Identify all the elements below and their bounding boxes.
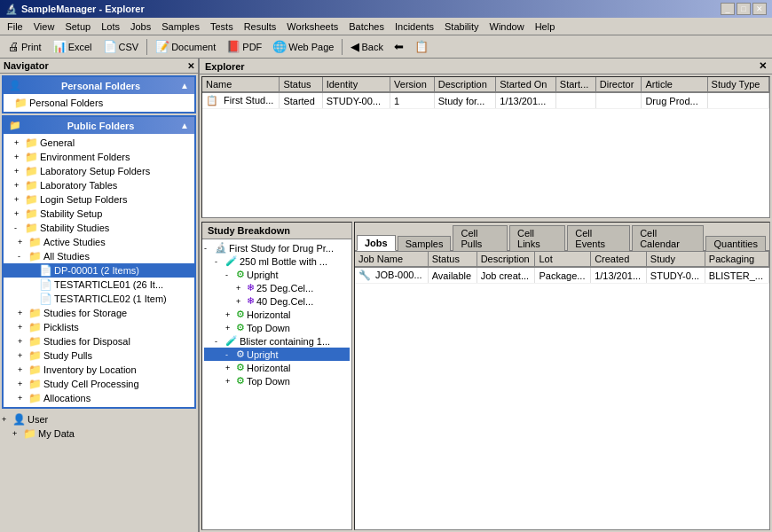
bt-topdown-1[interactable]: + ⚙ Top Down (204, 321, 350, 334)
jobs-col-packaging[interactable]: Packaging (705, 252, 768, 267)
expander-picklists[interactable]: + (18, 323, 28, 332)
tree-cell-processing[interactable]: + 📁 Study Cell Processing (4, 377, 194, 391)
menu-help[interactable]: Help (530, 20, 561, 34)
excel-button[interactable]: 📊 Excel (48, 37, 97, 56)
jobs-col-created[interactable]: Created (591, 252, 647, 267)
jobs-col-desc[interactable]: Description (477, 252, 535, 267)
public-folders-header[interactable]: 📁 Public Folders ▲ (4, 117, 194, 134)
expander-stability-studies[interactable]: - (14, 223, 25, 232)
tab-cell-calendar[interactable]: Cell Calendar (632, 225, 704, 251)
bt-upright-1[interactable]: - ⚙ Upright (204, 268, 350, 281)
menu-stability[interactable]: Stability (439, 20, 484, 34)
col-version[interactable]: Version (390, 77, 435, 92)
navigator-close-button[interactable]: ✕ (187, 61, 194, 71)
tree-login-setup[interactable]: + 📁 Login Setup Folders (4, 192, 194, 207)
tree-my-data[interactable]: + 📁 My Data (2, 426, 196, 441)
bt-horizontal-2[interactable]: + ⚙ Horizontal (204, 361, 350, 374)
menu-results[interactable]: Results (239, 20, 282, 34)
minimize-button[interactable]: _ (721, 3, 735, 15)
menu-setup[interactable]: Setup (59, 20, 96, 34)
expander-user[interactable]: + (2, 415, 12, 424)
maximize-button[interactable]: □ (737, 3, 751, 15)
expander-my-data[interactable]: + (12, 429, 23, 438)
menu-window[interactable]: Window (484, 20, 530, 34)
bt-first-study[interactable]: - 🔬 First Study for Drug Pr... (204, 241, 350, 254)
jobs-col-lot[interactable]: Lot (535, 252, 591, 267)
bt-upright-2[interactable]: - ⚙ Upright (204, 348, 350, 361)
back-button[interactable]: ◀ Back (346, 37, 387, 56)
expander-general[interactable]: + (14, 138, 25, 147)
tree-dp-00001[interactable]: 📄 DP-00001 (2 Items) (4, 263, 194, 278)
tab-samples[interactable]: Samples (398, 236, 452, 251)
tab-quantities[interactable]: Quantities (705, 236, 766, 251)
jobs-col-status[interactable]: Status (428, 252, 477, 267)
menu-worksheets[interactable]: Worksheets (281, 20, 343, 34)
csv-button[interactable]: 📄 CSV (98, 37, 144, 56)
expander-lab-setup[interactable]: + (14, 167, 25, 176)
menu-batches[interactable]: Batches (343, 20, 390, 34)
expander-cell-processing[interactable]: + (18, 379, 28, 388)
expander-login-setup[interactable]: + (14, 195, 25, 204)
tree-testarticle02[interactable]: 📄 TESTARTICLE02 (1 Item) (4, 292, 194, 306)
tab-cell-events[interactable]: Cell Events (567, 225, 630, 251)
col-started-on[interactable]: Started On (496, 77, 556, 92)
bt-40deg[interactable]: + ❄ 40 Deg.Cel... (204, 294, 350, 308)
menu-file[interactable]: File (2, 20, 28, 34)
personal-folders-header[interactable]: 👤 Personal Folders ▲ (4, 77, 194, 94)
webpage-button[interactable]: 🌐 Web Page (268, 37, 338, 56)
tree-study-pulls[interactable]: + 📁 Study Pulls (4, 348, 194, 363)
explorer-close-button[interactable]: ✕ (759, 60, 767, 72)
tree-allocations[interactable]: + 📁 Allocations (4, 391, 194, 405)
bt-expander-upright-2[interactable]: - (225, 350, 236, 359)
title-bar-controls[interactable]: _ □ ✕ (721, 3, 767, 15)
bt-expander-25deg[interactable]: + (236, 284, 247, 293)
menu-incidents[interactable]: Incidents (390, 20, 439, 34)
expander-active-studies[interactable]: + (18, 238, 28, 246)
bt-topdown-2[interactable]: + ⚙ Top Down (204, 374, 350, 387)
nav-prev-button[interactable]: ⬅ (390, 37, 408, 56)
job-row[interactable]: 🔧 JOB-000... Available Job creat... Pack… (355, 267, 769, 284)
tree-stability-setup[interactable]: + 📁 Stability Setup (4, 207, 194, 221)
tree-environment[interactable]: + 📁 Environment Folders (4, 150, 194, 164)
bt-expander-40deg[interactable]: + (236, 297, 247, 306)
expander-environment[interactable]: + (14, 153, 25, 161)
expander-all-studies[interactable]: - (18, 252, 28, 261)
col-identity[interactable]: Identity (322, 77, 390, 92)
expander-allocations[interactable]: + (18, 394, 28, 403)
tree-general[interactable]: + 📁 General (4, 136, 194, 150)
pdf-button[interactable]: 📕 PDF (222, 37, 266, 56)
tree-stability-studies[interactable]: - 📁 Stability Studies (4, 221, 194, 235)
expander-studies-disposal[interactable]: + (18, 337, 28, 346)
bt-horizontal-1[interactable]: + ⚙ Horizontal (204, 308, 350, 321)
bt-expander-horizontal-2[interactable]: + (225, 364, 236, 372)
col-study-type[interactable]: Study Type (707, 77, 768, 92)
jobs-col-study[interactable]: Study (646, 252, 705, 267)
tab-jobs[interactable]: Jobs (357, 235, 396, 251)
expander-lab-tables[interactable]: + (14, 181, 25, 190)
tree-picklists[interactable]: + 📁 Picklists (4, 320, 194, 334)
tree-all-studies[interactable]: - 📁 All Studies (4, 249, 194, 263)
menu-lots[interactable]: Lots (96, 20, 125, 34)
jobs-col-name[interactable]: Job Name (355, 252, 428, 267)
tree-lab-tables[interactable]: + 📁 Laboratory Tables (4, 178, 194, 192)
bt-expander-horizontal-1[interactable]: + (225, 310, 236, 319)
print-button[interactable]: 🖨 Print (4, 37, 46, 56)
explorer-top-table[interactable]: Name Status Identity Version Description… (201, 76, 770, 218)
expander-inventory[interactable]: + (18, 365, 28, 374)
tab-cell-links[interactable]: Cell Links (509, 225, 565, 251)
col-article[interactable]: Article (642, 77, 707, 92)
tree-active-studies[interactable]: + 📁 Active Studies (4, 235, 194, 249)
tree-studies-storage[interactable]: + 📁 Studies for Storage (4, 306, 194, 320)
tree-personal-folders[interactable]: 📁 Personal Folders (4, 96, 194, 110)
col-name[interactable]: Name (202, 77, 280, 92)
menu-jobs[interactable]: Jobs (125, 20, 156, 34)
study-row[interactable]: 📋 First Stud... Started STUDY-00... 1 St… (202, 92, 769, 109)
bt-bottle[interactable]: - 🧪 250 ml Bottle with ... (204, 254, 350, 268)
document-button[interactable]: 📝 Document (151, 37, 220, 56)
tab-cell-pulls[interactable]: Cell Pulls (453, 225, 508, 251)
tree-inventory[interactable]: + 📁 Inventory by Location (4, 363, 194, 377)
tree-lab-setup[interactable]: + 📁 Laboratory Setup Folders (4, 164, 194, 178)
col-description[interactable]: Description (434, 77, 496, 92)
tree-studies-disposal[interactable]: + 📁 Studies for Disposal (4, 334, 194, 348)
menu-samples[interactable]: Samples (156, 20, 205, 34)
